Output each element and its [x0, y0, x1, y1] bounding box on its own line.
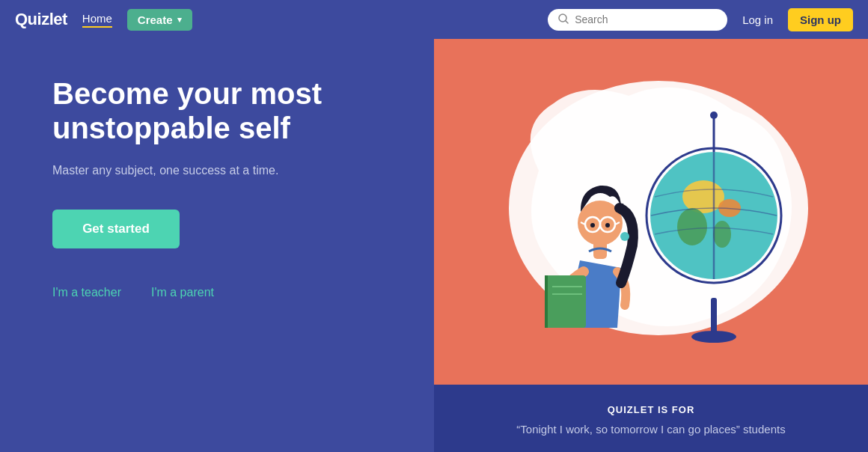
create-button[interactable]: Create ▾ — [127, 9, 192, 31]
signup-button[interactable]: Sign up — [788, 8, 853, 31]
login-button[interactable]: Log in — [742, 13, 773, 26]
svg-point-4 — [691, 331, 736, 343]
main-content: Become your most unstoppable self Master… — [0, 39, 868, 452]
nav-home-link[interactable]: Home — [82, 12, 112, 28]
get-started-button[interactable]: Get started — [52, 210, 180, 248]
hero-image-area — [434, 39, 868, 385]
svg-rect-3 — [711, 298, 717, 335]
svg-point-13 — [710, 112, 718, 119]
illustration-scene — [434, 39, 868, 385]
svg-line-1 — [566, 20, 568, 22]
left-panel: Become your most unstoppable self Master… — [0, 39, 434, 452]
hero-title: Become your most unstoppable self — [52, 76, 389, 145]
svg-rect-14 — [545, 275, 586, 328]
svg-point-9 — [677, 208, 707, 245]
links-row: I'm a teacher I'm a parent — [52, 286, 389, 299]
search-bar — [548, 9, 727, 31]
svg-point-27 — [605, 223, 610, 227]
quote-text: “Tonight I work, so tomorrow I can go pl… — [516, 421, 785, 437]
chevron-down-icon: ▾ — [177, 15, 182, 25]
search-icon — [558, 13, 569, 26]
svg-point-20 — [620, 232, 629, 241]
svg-point-26 — [590, 223, 595, 227]
create-label: Create — [138, 13, 173, 26]
svg-point-10 — [713, 221, 731, 248]
hero-subtitle: Master any subject, one success at a tim… — [52, 162, 389, 180]
right-panel: QUIZLET IS FOR “Tonight I work, so tomor… — [434, 39, 868, 452]
logo: Quizlet — [15, 10, 67, 29]
parent-link[interactable]: I'm a parent — [151, 286, 214, 299]
teacher-link[interactable]: I'm a teacher — [52, 286, 121, 299]
quizlet-is-for-heading: QUIZLET IS FOR — [608, 404, 695, 415]
svg-rect-15 — [545, 275, 548, 328]
search-input[interactable] — [575, 13, 717, 25]
navbar: Quizlet Home Create ▾ Log in Sign up — [0, 0, 868, 39]
info-strip: QUIZLET IS FOR “Tonight I work, so tomor… — [434, 385, 868, 452]
